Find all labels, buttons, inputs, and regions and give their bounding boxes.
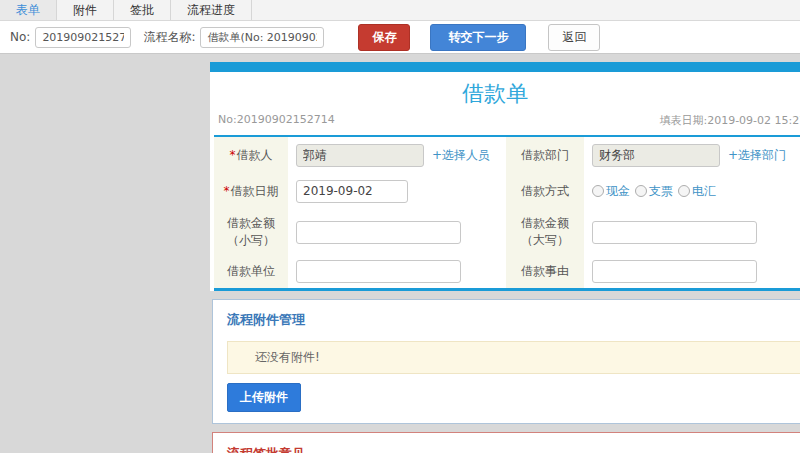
borrower-input[interactable] bbox=[296, 144, 424, 167]
loan-date-input[interactable] bbox=[296, 180, 408, 203]
required-mark: * bbox=[224, 184, 230, 198]
select-dept-link[interactable]: +选择部门 bbox=[728, 147, 786, 164]
amount-small-label: 借款金额（小写） bbox=[214, 209, 288, 255]
attachments-heading: 流程附件管理 bbox=[227, 311, 800, 329]
borrower-field-cell: +选择人员 bbox=[288, 137, 506, 173]
form-panel: 借款单 No:20190902152714 填表日期:2019-09-02 15… bbox=[210, 62, 800, 453]
loan-unit-input[interactable] bbox=[296, 260, 461, 283]
amount-big-field-cell bbox=[584, 209, 800, 255]
attachments-section: 流程附件管理 还没有附件! 上传附件 bbox=[212, 299, 800, 424]
radio-icon[interactable] bbox=[678, 185, 690, 197]
section-gap bbox=[210, 424, 800, 432]
no-input[interactable] bbox=[35, 27, 131, 48]
amount-big-label: 借款金额（大写） bbox=[506, 209, 584, 255]
approval-heading: 流程签批意见 bbox=[227, 445, 800, 453]
loan-reason-field-cell bbox=[584, 255, 800, 288]
amount-small-input[interactable] bbox=[296, 221, 461, 244]
tab-progress[interactable]: 流程进度 bbox=[171, 0, 252, 20]
radio-icon[interactable] bbox=[592, 185, 604, 197]
back-button[interactable]: 返回 bbox=[548, 24, 600, 51]
fill-date-text: 填表日期:2019-09-02 15:27:1 bbox=[659, 113, 800, 128]
page-title: 借款单 bbox=[210, 72, 780, 111]
loan-form-table: *借款人 +选择人员 借款部门 +选择部门 *借款日期 借款方式 bbox=[214, 135, 800, 291]
borrower-label: *借款人 bbox=[214, 137, 288, 173]
loan-reason-input[interactable] bbox=[592, 260, 757, 283]
form-meta-row: No:20190902152714 填表日期:2019-09-02 15:27:… bbox=[210, 111, 800, 135]
save-button[interactable]: 保存 bbox=[358, 24, 410, 51]
flow-name-input[interactable] bbox=[200, 27, 324, 48]
loan-unit-field-cell bbox=[288, 255, 506, 288]
tab-attachments[interactable]: 附件 bbox=[57, 0, 114, 20]
tab-approval[interactable]: 签批 bbox=[114, 0, 171, 20]
tab-bar: 表单 附件 签批 流程进度 bbox=[0, 0, 800, 21]
panel-top-accent-bar bbox=[210, 62, 800, 72]
radio-option-cash[interactable]: 现金 bbox=[592, 183, 630, 200]
form-no-text: No:20190902152714 bbox=[218, 113, 335, 128]
loan-method-field-cell: 现金 支票 电汇 bbox=[584, 173, 800, 209]
tab-form[interactable]: 表单 bbox=[0, 0, 57, 20]
no-label: No: bbox=[10, 30, 30, 44]
select-person-link[interactable]: +选择人员 bbox=[432, 147, 490, 164]
loan-method-radio-group: 现金 支票 电汇 bbox=[592, 183, 721, 200]
loan-method-label: 借款方式 bbox=[506, 173, 584, 209]
radio-icon[interactable] bbox=[635, 185, 647, 197]
section-gap bbox=[210, 291, 800, 299]
flow-name-label: 流程名称: bbox=[143, 29, 195, 46]
required-mark: * bbox=[230, 148, 236, 162]
approval-section: 流程签批意见 B I abc bbox=[212, 432, 800, 453]
loan-date-field-cell bbox=[288, 173, 506, 209]
loan-date-label: *借款日期 bbox=[214, 173, 288, 209]
forward-next-step-button[interactable]: 转交下一步 bbox=[430, 24, 526, 51]
amount-big-input[interactable] bbox=[592, 221, 757, 244]
radio-option-wire[interactable]: 电汇 bbox=[678, 183, 716, 200]
loan-reason-label: 借款事由 bbox=[506, 255, 584, 288]
loan-form-block: 借款单 No:20190902152714 填表日期:2019-09-02 15… bbox=[210, 72, 800, 291]
dept-input[interactable] bbox=[592, 144, 720, 167]
no-attachments-notice: 还没有附件! bbox=[227, 341, 800, 374]
loan-unit-label: 借款单位 bbox=[214, 255, 288, 288]
command-bar: No: 流程名称: 保存 转交下一步 返回 bbox=[0, 21, 800, 54]
radio-option-cheque[interactable]: 支票 bbox=[635, 183, 673, 200]
upload-attachment-button[interactable]: 上传附件 bbox=[227, 383, 301, 412]
dept-field-cell: +选择部门 bbox=[584, 137, 800, 173]
dept-label: 借款部门 bbox=[506, 137, 584, 173]
amount-small-field-cell bbox=[288, 209, 506, 255]
